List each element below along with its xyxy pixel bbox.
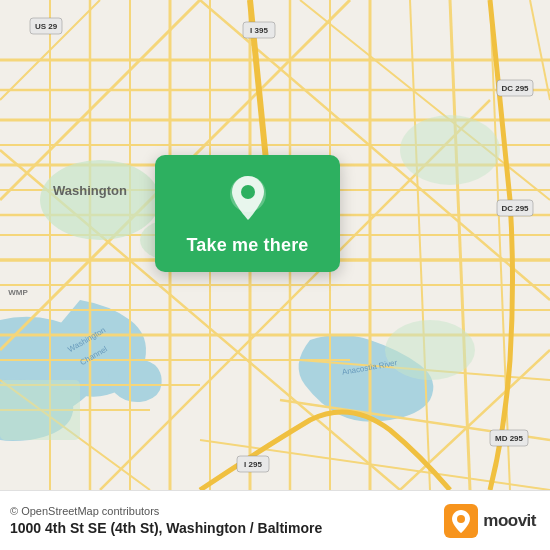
- bottom-bar: © OpenStreetMap contributors 1000 4th St…: [0, 490, 550, 550]
- map-container: I 395 DC 295 DC 295 I 295 US 29 MD 295 W…: [0, 0, 550, 490]
- bottom-left: © OpenStreetMap contributors 1000 4th St…: [10, 505, 322, 536]
- svg-text:MD 295: MD 295: [495, 434, 524, 443]
- svg-point-56: [400, 115, 500, 185]
- svg-point-57: [385, 320, 475, 380]
- svg-point-66: [457, 515, 465, 523]
- osm-credit: © OpenStreetMap contributors: [10, 505, 322, 517]
- svg-text:DC 295: DC 295: [501, 204, 529, 213]
- take-me-there-card[interactable]: Take me there: [155, 155, 340, 272]
- moovit-text: moovit: [483, 511, 536, 531]
- svg-text:I 295: I 295: [244, 460, 262, 469]
- moovit-logo[interactable]: moovit: [444, 504, 536, 538]
- svg-text:Washington: Washington: [53, 183, 127, 198]
- pin-icon-wrap: [222, 173, 274, 225]
- svg-point-64: [241, 185, 255, 199]
- svg-text:I 395: I 395: [250, 26, 268, 35]
- pin-icon: [226, 174, 270, 224]
- moovit-brand-icon: [444, 504, 478, 538]
- svg-rect-55: [0, 380, 80, 440]
- svg-point-53: [40, 160, 160, 240]
- svg-text:WMP: WMP: [8, 288, 28, 297]
- svg-text:DC 295: DC 295: [501, 84, 529, 93]
- svg-text:US 29: US 29: [35, 22, 58, 31]
- address-text: 1000 4th St SE (4th St), Washington / Ba…: [10, 520, 322, 536]
- take-me-there-label: Take me there: [186, 235, 308, 256]
